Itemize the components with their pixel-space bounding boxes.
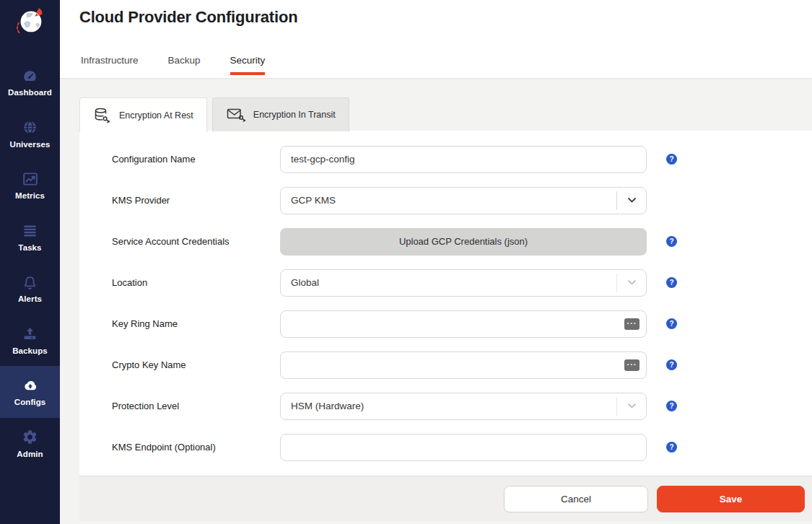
field-label: Service Account Credentials: [112, 236, 280, 247]
cancel-button[interactable]: Cancel: [504, 486, 648, 512]
help-icon[interactable]: ?: [666, 154, 677, 165]
sidebar-item-dashboard[interactable]: Dashboard: [0, 56, 60, 108]
form-row-key-ring-name: Key Ring Name···?: [112, 303, 812, 344]
form-row-location: LocationGlobal?: [112, 262, 812, 303]
key-ring-name-input[interactable]: [280, 310, 647, 338]
sidebar: DashboardUniversesMetricsTasksAlertsBack…: [0, 0, 60, 524]
sidebar-item-label: Metrics: [15, 191, 45, 200]
location-select[interactable]: Global: [280, 269, 647, 297]
sidebar-item-label: Configs: [14, 398, 46, 406]
upload-icon: [22, 326, 38, 343]
protection-level-select[interactable]: HSM (Hardware): [280, 393, 647, 420]
save-button[interactable]: Save: [657, 486, 805, 512]
tab-infrastructure[interactable]: Infrastructure: [81, 55, 139, 75]
chevron-down-icon[interactable]: [617, 403, 646, 409]
help-icon[interactable]: ?: [666, 236, 677, 247]
field-label: Key Ring Name: [112, 318, 280, 329]
sidebar-item-label: Admin: [17, 450, 43, 458]
sidebar-item-admin[interactable]: Admin: [0, 418, 60, 470]
sidebar-item-label: Alerts: [18, 294, 42, 303]
form-footer: Cancel Save: [79, 476, 812, 521]
field-control: ···: [280, 351, 647, 379]
globe-icon: [22, 119, 38, 136]
form-row-protection-level: Protection LevelHSM (Hardware)?: [112, 385, 812, 427]
chart-icon: [22, 170, 39, 188]
subtab-encryption-at-rest[interactable]: Encryption At Rest: [79, 97, 207, 132]
tab-backup[interactable]: Backup: [168, 55, 201, 75]
page-header: Cloud Provider Configuration Infrastruct…: [60, 0, 812, 78]
field-label: Crypto Key Name: [112, 359, 280, 370]
help-icon[interactable]: ?: [666, 318, 677, 329]
field-label: KMS Provider: [112, 195, 280, 206]
autofill-dots-icon[interactable]: ···: [624, 318, 639, 330]
sidebar-item-label: Tasks: [18, 243, 41, 252]
subtab-label: Encryption In Transit: [253, 110, 336, 120]
help-icon[interactable]: ?: [666, 442, 677, 453]
help-icon[interactable]: ?: [666, 401, 677, 411]
field-control: Global: [280, 269, 647, 297]
configuration-name-input[interactable]: [280, 146, 647, 173]
encryption-subtabs: Encryption At RestEncryption In Transit: [79, 97, 349, 132]
app-logo[interactable]: [0, 0, 60, 46]
field-label: Configuration Name: [112, 154, 280, 165]
list-icon: [22, 222, 38, 240]
form-row-kms-provider: KMS ProviderGCP KMS: [112, 180, 812, 221]
autofill-dots-icon[interactable]: ···: [624, 359, 639, 371]
bell-icon: [22, 274, 38, 291]
upload-gcp-credentials-button[interactable]: Upload GCP Credentials (json): [280, 228, 647, 256]
gear-icon: [22, 429, 38, 446]
field-control: Upload GCP Credentials (json): [280, 228, 647, 256]
form-row-crypto-key-name: Crypto Key Name···?: [112, 344, 812, 385]
subtab-label: Encryption At Rest: [119, 110, 193, 121]
help-icon[interactable]: ?: [666, 277, 677, 288]
form-row-service-account-credentials: Service Account CredentialsUpload GCP Cr…: [112, 221, 812, 262]
main-content: Cloud Provider Configuration Infrastruct…: [60, 0, 812, 524]
sidebar-item-label: Dashboard: [8, 88, 52, 97]
database-key-icon: [93, 107, 113, 124]
sidebar-item-metrics[interactable]: Metrics: [0, 160, 60, 211]
field-control: [280, 434, 647, 461]
kms-endpoint-optional-input[interactable]: [280, 434, 647, 461]
crypto-key-name-input[interactable]: [280, 351, 647, 379]
field-control: GCP KMS: [280, 187, 647, 214]
sidebar-item-configs[interactable]: Configs: [0, 366, 60, 418]
kms-config-form: Configuration Name?KMS ProviderGCP KMSSe…: [79, 131, 812, 468]
yugabyte-planet-rocket-logo: [11, 4, 50, 38]
form-row-kms-endpoint-optional: KMS Endpoint (Optional)?: [112, 427, 812, 468]
select-value: GCP KMS: [281, 195, 616, 206]
select-value: Global: [281, 277, 616, 288]
sidebar-item-tasks[interactable]: Tasks: [0, 211, 60, 263]
cloud-upload-icon: [21, 377, 40, 394]
sidebar-item-backups[interactable]: Backups: [0, 315, 60, 367]
kms-provider-select[interactable]: GCP KMS: [280, 187, 647, 214]
field-control: ···: [280, 310, 647, 338]
tab-security[interactable]: Security: [230, 55, 266, 75]
chevron-down-icon[interactable]: [617, 280, 646, 285]
field-label: Location: [112, 277, 280, 288]
select-value: HSM (Hardware): [281, 401, 616, 411]
sidebar-item-label: Backups: [12, 346, 48, 355]
sidebar-item-alerts[interactable]: Alerts: [0, 263, 60, 315]
top-tabs: InfrastructureBackupSecurity: [81, 55, 265, 75]
envelope-key-icon: [226, 106, 247, 123]
gauge-icon: [21, 67, 39, 84]
field-label: KMS Endpoint (Optional): [112, 442, 280, 453]
field-control: [280, 146, 647, 173]
sidebar-item-universes[interactable]: Universes: [0, 108, 60, 160]
encryption-at-rest-panel: Configuration Name?KMS ProviderGCP KMSSe…: [79, 131, 812, 476]
sidebar-nav: DashboardUniversesMetricsTasksAlertsBack…: [0, 56, 60, 469]
subtab-encryption-in-transit[interactable]: Encryption In Transit: [212, 97, 349, 131]
field-control: HSM (Hardware): [280, 393, 647, 420]
sidebar-item-label: Universes: [10, 140, 51, 149]
chevron-down-icon[interactable]: [617, 198, 646, 203]
field-label: Protection Level: [112, 401, 280, 411]
help-icon[interactable]: ?: [666, 359, 677, 370]
form-row-configuration-name: Configuration Name?: [112, 139, 812, 180]
page-title: Cloud Provider Configuration: [79, 8, 297, 27]
